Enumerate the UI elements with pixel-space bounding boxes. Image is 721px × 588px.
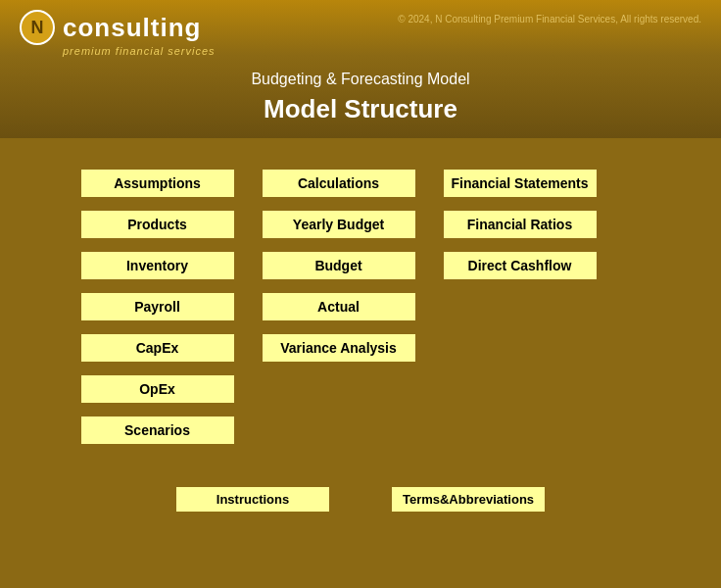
terms-abbreviations-button[interactable]: Terms&Abbreviations bbox=[390, 485, 547, 514]
header-top: N consulting premium financial services … bbox=[20, 10, 701, 57]
page-wrapper: N consulting premium financial services … bbox=[0, 0, 721, 588]
col1-button-0[interactable]: Assumptions bbox=[79, 168, 236, 199]
col3: Financial StatementsFinancial RatiosDire… bbox=[429, 168, 610, 446]
footer-buttons: Instructions Terms&Abbreviations bbox=[174, 485, 547, 514]
logo-main: N consulting bbox=[20, 10, 216, 45]
col1-button-2[interactable]: Inventory bbox=[79, 250, 236, 281]
logo-sub: premium financial services bbox=[63, 45, 216, 57]
logo-circle: N bbox=[20, 10, 55, 45]
instructions-button[interactable]: Instructions bbox=[174, 485, 331, 514]
logo-name: consulting bbox=[63, 13, 201, 43]
col2-button-2[interactable]: Budget bbox=[261, 250, 417, 281]
header: N consulting premium financial services … bbox=[0, 0, 721, 138]
col1-button-5[interactable]: OpEx bbox=[79, 373, 236, 405]
col2: CalculationsYearly BudgetBudgetActualVar… bbox=[248, 168, 429, 446]
col2-button-0[interactable]: Calculations bbox=[261, 168, 417, 199]
copyright: © 2024, N Consulting Premium Financial S… bbox=[398, 10, 701, 24]
buttons-grid: AssumptionsProductsInventoryPayrollCapEx… bbox=[67, 168, 654, 446]
col3-button-1[interactable]: Financial Ratios bbox=[442, 209, 599, 240]
col2-button-1[interactable]: Yearly Budget bbox=[261, 209, 417, 240]
col3-button-2[interactable]: Direct Cashflow bbox=[442, 250, 599, 281]
col3-button-0[interactable]: Financial Statements bbox=[442, 168, 599, 199]
header-title: Model Structure bbox=[20, 94, 701, 124]
header-subtitle: Budgeting & Forecasting Model bbox=[20, 71, 701, 88]
col2-button-4[interactable]: Variance Analysis bbox=[261, 332, 417, 364]
main-content: AssumptionsProductsInventoryPayrollCapEx… bbox=[0, 138, 721, 588]
col2-button-3[interactable]: Actual bbox=[261, 291, 417, 322]
logo-area: N consulting premium financial services bbox=[20, 10, 216, 57]
col1-button-3[interactable]: Payroll bbox=[79, 291, 236, 322]
col1: AssumptionsProductsInventoryPayrollCapEx… bbox=[67, 168, 248, 446]
col1-button-1[interactable]: Products bbox=[79, 209, 236, 240]
col1-button-6[interactable]: Scenarios bbox=[79, 415, 236, 446]
col1-button-4[interactable]: CapEx bbox=[79, 332, 236, 364]
header-titles: Budgeting & Forecasting Model Model Stru… bbox=[20, 63, 701, 138]
